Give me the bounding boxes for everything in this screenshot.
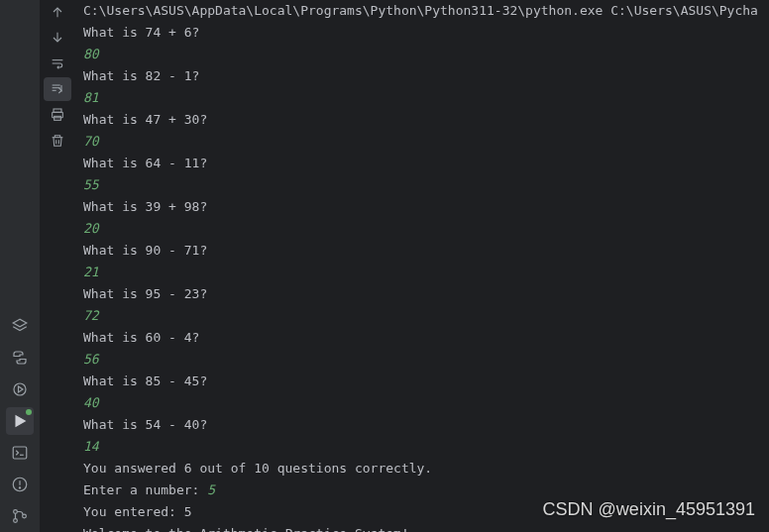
svg-rect-21 (55, 116, 61, 120)
watermark: CSDN @weixin_45951391 (543, 499, 755, 520)
question: What is 95 - 23? (83, 286, 207, 301)
svg-marker-3 (16, 416, 25, 427)
vcs-icon[interactable] (6, 502, 34, 530)
question: What is 54 - 40? (83, 417, 207, 432)
answer: 72 (83, 308, 99, 323)
question: What is 82 - 1? (83, 68, 199, 83)
question: What is 60 - 4? (83, 330, 199, 345)
question: What is 47 + 30? (83, 112, 207, 127)
answer: 21 (83, 265, 99, 279)
svg-rect-4 (13, 447, 27, 459)
svg-point-9 (14, 510, 18, 514)
run-toolbar (40, 0, 75, 532)
answer: 56 (83, 352, 99, 367)
print-icon[interactable] (44, 103, 71, 127)
prompt-label: Enter a number: (83, 482, 207, 497)
answer: 80 (83, 47, 99, 61)
svg-marker-0 (13, 319, 27, 327)
run-tool-icon[interactable] (6, 407, 34, 435)
prompt-input: 5 (207, 482, 215, 497)
svg-point-11 (23, 514, 27, 518)
console-output[interactable]: C:\Users\ASUS\AppData\Local\Programs\Pyt… (75, 0, 769, 532)
scroll-up-icon[interactable] (44, 0, 71, 24)
svg-point-1 (14, 383, 26, 395)
tool-window-sidebar (0, 0, 40, 532)
answer: 40 (83, 395, 99, 410)
svg-point-8 (19, 487, 20, 488)
answer: 14 (83, 439, 99, 454)
answer: 81 (83, 90, 99, 105)
answer: 70 (83, 134, 99, 149)
scroll-to-end-icon[interactable] (44, 77, 71, 101)
question: What is 90 - 71? (83, 243, 207, 258)
svg-marker-2 (19, 386, 24, 392)
problems-icon[interactable] (6, 471, 34, 498)
services-icon[interactable] (6, 375, 34, 403)
welcome-line: Welcome to the Arithmetic Practice Syste… (83, 526, 409, 532)
question: What is 85 - 45? (83, 373, 207, 388)
command-line: C:\Users\ASUS\AppData\Local\Programs\Pyt… (83, 3, 758, 18)
answer: 20 (83, 221, 99, 236)
entered-line: You entered: 5 (83, 504, 192, 519)
answer: 55 (83, 177, 99, 192)
svg-point-10 (14, 519, 18, 523)
layers-icon[interactable] (6, 312, 34, 340)
scroll-down-icon[interactable] (44, 26, 71, 50)
question: What is 74 + 6? (83, 25, 199, 40)
soft-wrap-icon[interactable] (44, 52, 71, 75)
terminal-icon[interactable] (6, 439, 34, 467)
question: What is 39 + 98? (83, 199, 207, 214)
question: What is 64 - 11? (83, 156, 207, 170)
result-line: You answered 6 out of 10 questions corre… (83, 461, 432, 476)
python-console-icon[interactable] (6, 344, 34, 372)
trash-icon[interactable] (44, 129, 71, 153)
